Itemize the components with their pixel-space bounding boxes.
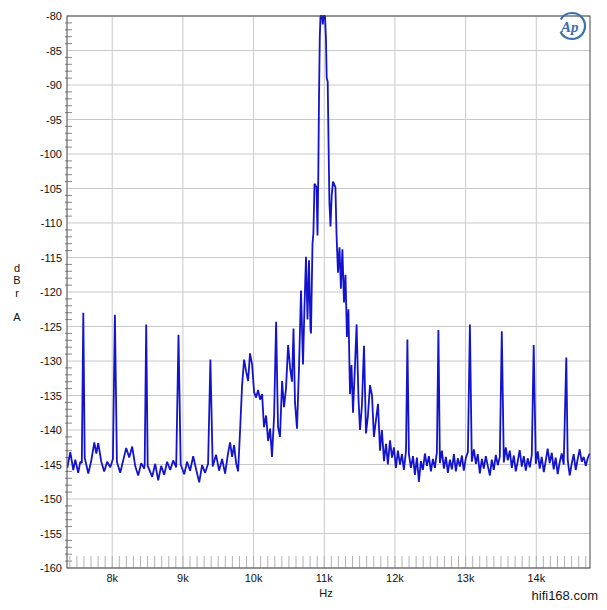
y-tick-label: -140 xyxy=(40,424,62,436)
y-tick-label: -145 xyxy=(40,459,62,471)
y-tick-label: -130 xyxy=(40,355,62,367)
y-tick-label: -135 xyxy=(40,390,62,402)
y-tick-label: -110 xyxy=(41,217,62,229)
x-tick-label: 12k xyxy=(386,572,404,584)
fft-spectrum-page: -80-85-90-95-100-105-110-115-120-125-130… xyxy=(0,0,607,610)
y-tick-label: -150 xyxy=(40,493,62,505)
spectrum-plot: -80-85-90-95-100-105-110-115-120-125-130… xyxy=(0,0,607,610)
y-tick-label: -155 xyxy=(40,528,62,540)
y-tick-label: -115 xyxy=(41,252,62,264)
y-axis-unit-line-2: B xyxy=(10,274,24,286)
y-tick-label: -105 xyxy=(40,183,62,195)
y-tick-label: -120 xyxy=(40,286,62,298)
y-axis-unit-line-1: d xyxy=(10,262,24,274)
x-tick-label: 13k xyxy=(457,572,475,584)
x-tick-label: 10k xyxy=(245,572,263,584)
x-tick-label: 8k xyxy=(106,572,118,584)
y-axis-unit-line-3: r xyxy=(10,287,24,299)
y-tick-label: -80 xyxy=(46,10,62,22)
channel-label: A xyxy=(10,311,24,323)
x-tick-label: 9k xyxy=(177,572,189,584)
audio-precision-logo-icon: Ap xyxy=(552,9,592,43)
y-tick-label: -85 xyxy=(46,45,62,57)
logo-text: Ap xyxy=(560,19,579,35)
x-tick-label: 11k xyxy=(316,572,333,584)
watermark-text: hifi168.com xyxy=(532,588,598,603)
y-tick-label: -95 xyxy=(46,114,62,126)
x-tick-label: 14k xyxy=(527,572,545,584)
y-tick-label: -90 xyxy=(46,79,62,91)
y-tick-label: -160 xyxy=(40,562,62,574)
y-tick-label: -125 xyxy=(40,321,62,333)
y-tick-label: -100 xyxy=(40,148,62,160)
x-axis-unit-label: Hz xyxy=(314,587,338,599)
spectrum-trace xyxy=(67,16,589,482)
